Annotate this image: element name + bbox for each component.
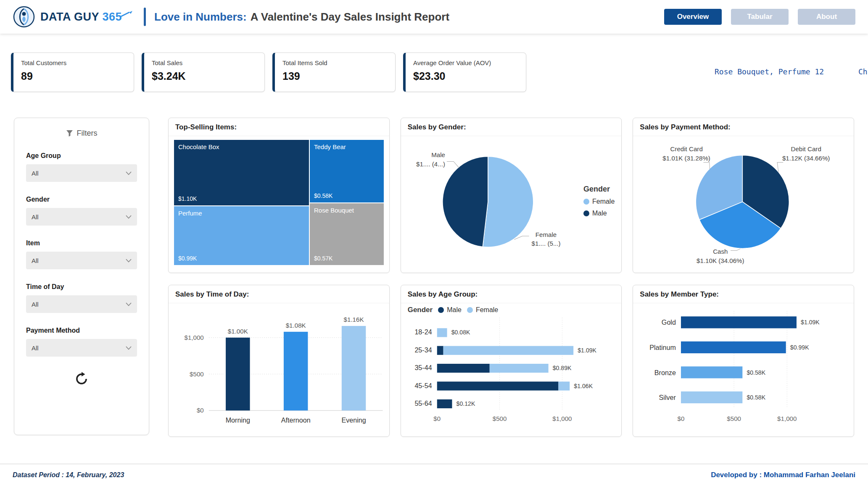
treemap-tile-teddy-bear[interactable]: Teddy Bear$0.58K	[309, 139, 384, 203]
pie-callout-label: Cash	[713, 248, 728, 255]
legend-item-male[interactable]: Male	[438, 306, 462, 314]
category-label: Platinum	[649, 344, 676, 351]
y-tick-label: $500	[190, 370, 204, 378]
gender-dropdown[interactable]: All	[26, 208, 137, 226]
tile-name: Chocolate Box	[178, 143, 219, 150]
category-label: Bronze	[654, 369, 676, 376]
bar-gold[interactable]	[681, 316, 797, 328]
legend-item-female[interactable]: Female	[583, 198, 615, 205]
bar-value-label: $0.58K	[747, 369, 766, 376]
tile-name: Teddy Bear	[314, 143, 346, 150]
dropdown-value: All	[32, 257, 39, 264]
time-chart-body: $0$500$1,000$1.00KMorning$1.08KAfternoon…	[169, 303, 389, 431]
legend-item-female[interactable]: Female	[467, 306, 498, 314]
chart-card-sales-by-gender: Sales by Gender: Male$1.... (4...)Female…	[401, 118, 622, 273]
refresh-icon[interactable]	[74, 371, 89, 386]
pie-callout-label: $1.01K (31.28%)	[663, 155, 711, 162]
chart-title: Sales by Member Type:	[633, 285, 854, 303]
brand-name: DATA GUY 365	[40, 11, 133, 24]
chart-title: Top-Selling Items:	[169, 118, 389, 136]
kpi-label: Total Items Sold	[282, 59, 388, 66]
x-tick-label: $0	[433, 415, 441, 422]
x-tick-label: $1,000	[552, 415, 572, 422]
stacked-segment-male-45-54[interactable]	[437, 381, 558, 390]
treemap-body: Chocolate Box$1.10KPerfume$0.99KTeddy Be…	[169, 139, 389, 265]
payment-method-dropdown[interactable]: All	[26, 339, 137, 357]
category-label: 45-54	[414, 382, 432, 389]
ticker-text: Rose Bouquet, Perfume 12	[715, 67, 824, 76]
column-evening[interactable]	[342, 326, 366, 410]
tile-value: $0.99K	[178, 255, 197, 262]
chart-card-sales-by-age-group: Sales by Age Group: GenderMaleFemale $0$…	[401, 285, 622, 437]
developer-credit: Developed by : Mohammad Farhan Jeelani	[711, 471, 855, 479]
legend-label: Female	[592, 198, 615, 205]
time-of-day-dropdown[interactable]: All	[26, 295, 137, 313]
treemap-tile-perfume[interactable]: Perfume$0.99K	[174, 206, 309, 265]
column-value-label: $1.08K	[286, 322, 306, 329]
callout-line	[731, 249, 740, 250]
stacked-segment-male-55-64[interactable]	[437, 399, 452, 408]
chevron-down-icon	[126, 259, 132, 263]
top-selling-items-treemap: Chocolate Box$1.10KPerfume$0.99KTeddy Be…	[174, 139, 384, 265]
chart-card-top-selling-items: Top-Selling Items: Chocolate Box$1.10KPe…	[168, 118, 390, 273]
sales-by-member-type-chart: $0$500$1,000Gold$1.09KPlatinum$0.99KBron…	[633, 303, 854, 431]
tab-overview[interactable]: Overview	[664, 9, 722, 25]
category-label: 25-34	[414, 346, 432, 354]
bar-value-label: $0.58K	[747, 394, 766, 401]
stacked-segment-female-18-24[interactable]	[437, 328, 447, 337]
chevron-down-icon	[126, 302, 132, 306]
ticker-text-partial: Ch	[858, 67, 868, 76]
treemap-tile-rose-bouquet[interactable]: Rose Bouquet$0.57K	[309, 203, 384, 265]
legend-label: Female	[476, 306, 498, 314]
x-tick-label: $1,000	[777, 415, 797, 422]
legend-dot	[583, 199, 589, 205]
bar-total-label: $0.12K	[456, 400, 475, 407]
bar-total-label: $0.89K	[552, 365, 571, 371]
chart-grid: Top-Selling Items: Chocolate Box$1.10KPe…	[168, 118, 854, 437]
stacked-segment-female-35-44[interactable]	[489, 364, 548, 373]
chart-card-sales-by-time-of-day: Sales by Time of Day: $0$500$1,000$1.00K…	[168, 285, 390, 437]
gender-legend: GenderFemaleMale	[583, 185, 615, 217]
item-dropdown[interactable]: All	[26, 252, 137, 269]
filter-group-payment-method: Payment Method All	[26, 327, 137, 357]
kpi-label: Total Sales	[152, 59, 257, 66]
tab-tabular[interactable]: Tabular	[731, 9, 789, 25]
y-tick-label: $0	[197, 407, 204, 414]
kpi-label: Average Order Value (AOV)	[413, 59, 518, 66]
stacked-segment-male-25-34[interactable]	[437, 346, 443, 355]
chevron-down-icon	[126, 346, 132, 350]
column-value-label: $1.16K	[344, 316, 364, 323]
page-title-highlight: Love in Numbers:	[154, 11, 247, 23]
treemap-tile-chocolate-box[interactable]: Chocolate Box$1.10K	[174, 139, 309, 206]
column-afternoon[interactable]	[284, 332, 308, 410]
chevron-down-icon	[126, 215, 132, 219]
column-morning[interactable]	[226, 338, 250, 411]
bar-platinum[interactable]	[681, 342, 786, 353]
category-label: 35-44	[414, 364, 432, 371]
gender-chart-body: Male$1.... (4...)Female$1.... (5...) Gen…	[401, 136, 622, 268]
sales-by-time-of-day-chart: $0$500$1,000$1.00KMorning$1.08KAfternoon…	[169, 303, 389, 431]
x-tick-label: $0	[678, 415, 685, 422]
pie-callout-label: Debit Card	[791, 145, 821, 152]
filters-title: Filters	[77, 129, 98, 138]
tab-about[interactable]: About	[798, 9, 855, 25]
legend-item-male[interactable]: Male	[583, 210, 615, 217]
bar-total-label: $0.08K	[451, 329, 470, 336]
stacked-segment-male-35-44[interactable]	[437, 364, 489, 373]
callout-line	[777, 163, 783, 172]
legend-title: Gender	[583, 185, 615, 194]
filter-group-age-group: Age Group All	[26, 152, 137, 182]
age-group-dropdown[interactable]: All	[26, 164, 137, 182]
stacked-segment-female-25-34[interactable]	[443, 346, 573, 355]
chart-card-sales-by-payment-method: Sales by Payment Method: Debit Card$1.12…	[633, 118, 854, 273]
x-category-label: Afternoon	[281, 416, 311, 424]
bar-bronze[interactable]	[681, 366, 742, 378]
stacked-segment-female-45-54[interactable]	[558, 381, 570, 390]
brand: DATA GUY 365	[13, 5, 133, 28]
chart-title: Sales by Time of Day:	[169, 285, 389, 303]
pie-slice-female[interactable]	[483, 156, 533, 247]
pie-slice-male[interactable]	[443, 156, 488, 247]
bar-silver[interactable]	[681, 391, 742, 403]
legend-dot	[438, 307, 444, 313]
member-chart-body: $0$500$1,000Gold$1.09KPlatinum$0.99KBron…	[633, 303, 854, 431]
